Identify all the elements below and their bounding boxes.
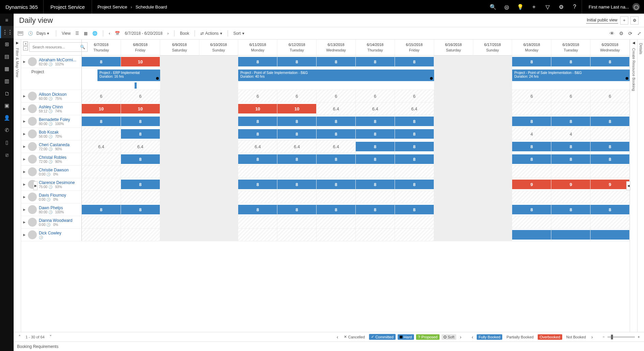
allocation-block[interactable] [512,230,551,240]
allocation-block[interactable]: 8 [512,154,551,164]
day-cell[interactable] [591,191,630,203]
resource-name[interactable]: Bernadette Foley [39,117,70,122]
day-cell[interactable]: 8 [277,128,317,140]
allocation-block[interactable]: 8 [591,117,629,126]
target-icon[interactable]: ◎ [500,0,513,14]
day-cell[interactable] [82,153,121,165]
day-cell[interactable]: 8 [591,153,630,165]
allocation-block[interactable]: 8 [395,180,434,189]
resource-name[interactable]: Christie Dawson [39,168,68,172]
day-cell[interactable]: 8 [591,56,630,68]
day-cell[interactable]: 8 [238,178,277,190]
eye-icon[interactable]: 👁 [610,31,614,36]
allocation-block[interactable] [591,230,629,240]
day-cell[interactable] [434,166,473,178]
search-input[interactable] [32,45,80,49]
day-cell[interactable] [473,115,512,127]
resource-header[interactable]: ▶Bernadette Foley80:00 🕓100% [21,115,82,127]
date-column[interactable]: 6/8/2018Friday [121,40,160,55]
day-cell[interactable]: 8 [591,115,630,127]
date-column[interactable]: 6/12/2018Tuesday [277,40,317,55]
day-cell[interactable] [277,216,317,228]
day-cell[interactable] [160,203,199,216]
day-cell[interactable] [160,178,199,190]
allocation-block[interactable]: 8 [82,205,121,214]
breadcrumb-seg[interactable]: Schedule Board [136,4,167,10]
brand-label[interactable]: Dynamics 365 [0,4,43,10]
expand-handle-left[interactable]: ▶ [33,181,37,190]
next-icon[interactable]: › [166,30,170,36]
day-cell[interactable]: 6.4 [277,140,317,153]
expand-left-icon[interactable]: ◀ [632,41,635,45]
day-cell[interactable] [160,90,199,102]
day-cell[interactable] [121,166,160,178]
date-column[interactable]: 6/15/2018Friday [395,40,434,55]
resource-name[interactable]: Bob Kozak [39,130,62,135]
day-cell[interactable] [473,229,512,241]
day-cell[interactable] [551,166,591,178]
day-cell[interactable] [591,216,630,228]
allocation-block[interactable]: 8 [121,154,160,164]
day-cell[interactable]: 8 [82,56,121,68]
day-cell[interactable]: 4 [551,128,591,140]
day-cell[interactable] [199,229,239,241]
rail-item[interactable]: ▥ [0,75,14,87]
resource-header[interactable]: ▶Christal Robles72:00 🕓90% [21,153,82,165]
day-cell[interactable]: 8 [356,203,395,216]
allocation-block[interactable]: 8 [277,57,316,66]
day-cell[interactable] [434,229,473,241]
resource-header[interactable]: ▶Dianna Woodward0:00 🕓0% [21,216,82,228]
expand-icon[interactable]: ▶ [23,145,26,148]
allocation-block[interactable]: 8 [82,117,121,126]
allocation-block[interactable]: 8 [317,117,355,126]
day-cell[interactable] [473,153,512,165]
expand-icon[interactable]: ▶ [23,220,26,224]
pager-down-icon[interactable]: ˅ [48,334,53,340]
expand-icon[interactable]: ▶ [23,208,26,211]
app-label[interactable]: Project Service [44,4,92,10]
add-icon[interactable]: ＋ [527,0,541,14]
day-cell[interactable] [591,103,630,115]
day-cell[interactable]: 8 [356,178,395,190]
day-cell[interactable] [160,153,199,165]
legend-partially[interactable]: Partially Booked [504,334,536,340]
day-cell[interactable] [473,191,512,203]
day-cell[interactable]: 9 [591,178,630,190]
details-strip[interactable]: Details [637,40,644,332]
day-cell[interactable]: 8 [395,203,434,216]
booking-task[interactable]: Project - ERP ImplementatDuration: 16 hr… [97,70,160,81]
allocation-block[interactable]: 8 [356,205,395,214]
day-cell[interactable]: 10 [277,103,317,115]
booking-requirements-strip[interactable]: Booking Requirements [14,341,644,351]
allocation-block[interactable]: 8 [356,154,395,164]
allocation-block[interactable]: 8 [356,129,395,139]
day-cell[interactable] [591,128,630,140]
booking-task[interactable]: Project - Point of Sale Implementation -… [238,70,434,81]
day-cell[interactable]: 9 [551,178,591,190]
day-cell[interactable]: 8 [121,153,160,165]
day-cell[interactable] [317,166,356,178]
allocation-block[interactable]: 8 [277,205,316,214]
allocation-block[interactable]: 8 [82,57,121,66]
day-cell[interactable] [160,216,199,228]
day-cell[interactable] [551,103,591,115]
search-icon[interactable]: 🔍 [486,0,500,14]
user-menu[interactable]: First name Last na... ◯ [582,0,644,14]
gear-icon[interactable]: ⚙ [554,0,568,14]
day-cell[interactable]: 6.4 [121,140,160,153]
date-column[interactable]: 6/9/2018Saturday [160,40,199,55]
legend-committed[interactable]: Committed [369,334,396,340]
resource-header[interactable]: ▶Dick Cowley 🕓 [21,229,82,241]
day-cell[interactable] [121,191,160,203]
allocation-block[interactable]: 8 [317,205,355,214]
date-column[interactable]: 6/16/2018Saturday [434,40,473,55]
day-cell[interactable] [591,229,630,241]
allocation-block[interactable]: 8 [512,57,551,66]
day-cell[interactable]: 8 [395,153,434,165]
filter-map-strip[interactable]: ▶ Filter & Map View [14,40,21,332]
day-cell[interactable]: 6.4 [238,140,277,153]
allocation-block[interactable]: 8 [551,205,590,214]
day-cell[interactable]: 6 [317,90,356,102]
day-cell[interactable]: 8 [82,115,121,127]
day-cell[interactable] [434,103,473,115]
